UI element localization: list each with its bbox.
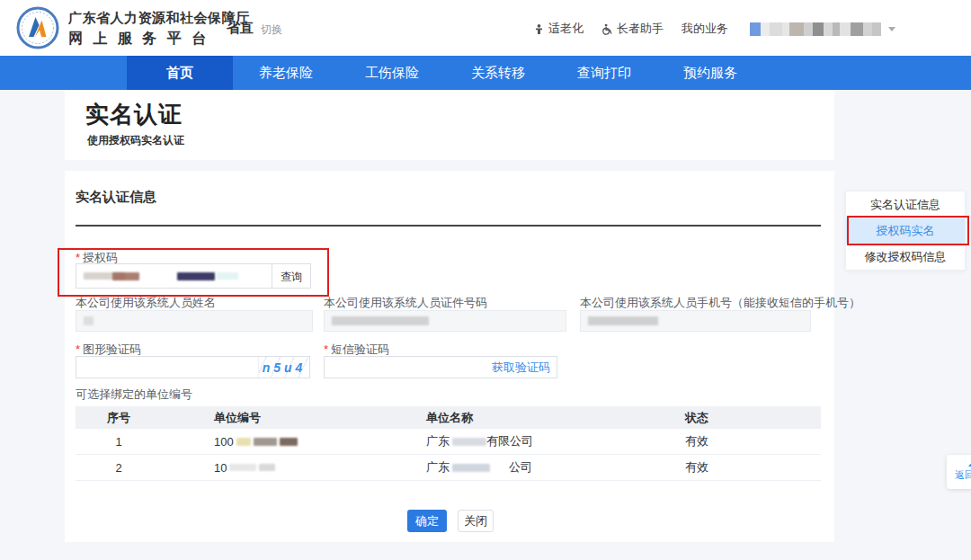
realname-form-card: 实名认证信息 *授权码 查询 本公司使用该系统人员姓名 本公司使用该系统人员证件… xyxy=(65,171,834,542)
nav-tab-pension[interactable]: 养老保险 xyxy=(233,56,339,90)
units-table-header: 序号 单位编号 单位名称 状态 xyxy=(76,406,821,429)
elder-mode-icon xyxy=(533,23,545,35)
back-to-top-button[interactable]: 返回顶部 xyxy=(947,455,971,489)
table-row[interactable]: 1 100 广东 有限公司 有效 xyxy=(76,429,821,455)
phone-label: 本公司使用该系统人员手机号（能接收短信的手机号） xyxy=(580,295,860,311)
person-name-label: 本公司使用该系统人员姓名 xyxy=(76,295,216,311)
region-switch-link[interactable]: 切换 xyxy=(261,22,282,38)
cert-no-label: 本公司使用该系统人员证件号码 xyxy=(324,295,487,311)
close-button[interactable]: 关闭 xyxy=(458,510,494,532)
side-item-realname-info[interactable]: 实名认证信息 xyxy=(846,191,965,218)
gov-logo-icon xyxy=(16,6,59,49)
nav-tab-query-print[interactable]: 查询打印 xyxy=(551,56,657,90)
user-account-menu[interactable] xyxy=(750,22,895,36)
nav-tab-appointment[interactable]: 预约服务 xyxy=(657,56,763,90)
row-unit-no: 100 xyxy=(162,435,378,449)
row-unit-name: 广东 公司 xyxy=(378,459,629,476)
elder-mode-label: 适老化 xyxy=(548,21,583,37)
units-table: 序号 单位编号 单位名称 状态 1 100 广东 有限公司 有效 2 10 xyxy=(76,406,821,481)
back-to-top-label: 返回顶部 xyxy=(947,468,971,482)
elder-helper-link[interactable]: 长者助手 xyxy=(601,21,664,37)
sms-input-wrap: 获取验证码 xyxy=(324,356,557,378)
my-business-link[interactable]: 我的业务 xyxy=(681,21,728,37)
region-label: 省直 xyxy=(227,20,254,37)
row-status: 有效 xyxy=(629,459,821,476)
anchor-side-menu: 实名认证信息 授权码实名 修改授权码信息 xyxy=(845,191,966,271)
required-asterisk: * xyxy=(76,342,80,356)
platform-name: 网 上 服 务 平 台 xyxy=(68,30,250,49)
page-title: 实名认证 xyxy=(85,99,183,130)
table-row[interactable]: 2 10 广东 公司 有效 xyxy=(76,455,821,481)
wheelchair-icon xyxy=(601,23,613,35)
nav-tabs: 首页 养老保险 工伤保险 关系转移 查询打印 预约服务 xyxy=(127,56,763,90)
row-unit-no: 10 xyxy=(162,461,378,475)
side-item-modify-authcode[interactable]: 修改授权码信息 xyxy=(846,244,965,270)
required-asterisk: * xyxy=(76,251,80,264)
person-name-field xyxy=(76,310,313,332)
elder-helper-label: 长者助手 xyxy=(617,21,664,37)
nav-tab-injury[interactable]: 工伤保险 xyxy=(339,56,445,90)
row-no: 2 xyxy=(76,461,162,475)
captcha-image[interactable]: n5u4 xyxy=(258,357,309,378)
top-header: 广东省人力资源和社会保障厅 网 上 服 务 平 台 省直 切换 适老化 长者助手… xyxy=(0,0,971,56)
phone-field xyxy=(580,310,811,332)
chevron-down-icon xyxy=(888,27,895,31)
nav-tab-home[interactable]: 首页 xyxy=(127,56,233,90)
page-title-card: 实名认证 使用授权码实名认证 xyxy=(65,90,834,160)
confirm-button[interactable]: 确定 xyxy=(407,510,447,532)
section-divider xyxy=(76,225,821,227)
sms-code-input[interactable] xyxy=(330,358,473,378)
page-subtitle: 使用授权码实名认证 xyxy=(87,133,184,148)
org-name: 广东省人力资源和社会保障厅 xyxy=(68,10,250,27)
user-name-redacted xyxy=(750,22,881,36)
auth-code-group: 查询 xyxy=(76,263,311,289)
auth-code-input[interactable] xyxy=(76,263,272,289)
col-header-no: 序号 xyxy=(76,410,162,426)
site-brand: 广东省人力资源和社会保障厅 网 上 服 务 平 台 xyxy=(68,10,250,49)
row-no: 1 xyxy=(76,435,162,449)
captcha-input[interactable] xyxy=(82,358,225,378)
bind-units-label: 可选择绑定的单位编号 xyxy=(76,387,192,403)
section-title: 实名认证信息 xyxy=(76,189,156,206)
main-nav: 首页 养老保险 工伤保险 关系转移 查询打印 预约服务 xyxy=(0,56,971,90)
col-header-status: 状态 xyxy=(629,410,821,426)
col-header-unit-name: 单位名称 xyxy=(378,410,629,426)
query-button[interactable]: 查询 xyxy=(272,263,311,289)
side-item-authcode-realname[interactable]: 授权码实名 xyxy=(846,218,965,244)
col-header-unit-no: 单位编号 xyxy=(162,410,378,426)
header-menu: 适老化 长者助手 我的业务 xyxy=(533,21,895,37)
cert-no-field xyxy=(324,310,566,332)
get-sms-code-link[interactable]: 获取验证码 xyxy=(492,357,550,378)
elder-mode-link[interactable]: 适老化 xyxy=(533,21,583,37)
row-status: 有效 xyxy=(629,433,821,449)
required-asterisk: * xyxy=(324,342,328,356)
nav-tab-transfer[interactable]: 关系转移 xyxy=(445,56,551,90)
row-unit-name: 广东 有限公司 xyxy=(378,433,629,449)
captcha-input-wrap: n5u4 xyxy=(76,356,310,378)
my-business-label: 我的业务 xyxy=(681,21,728,37)
